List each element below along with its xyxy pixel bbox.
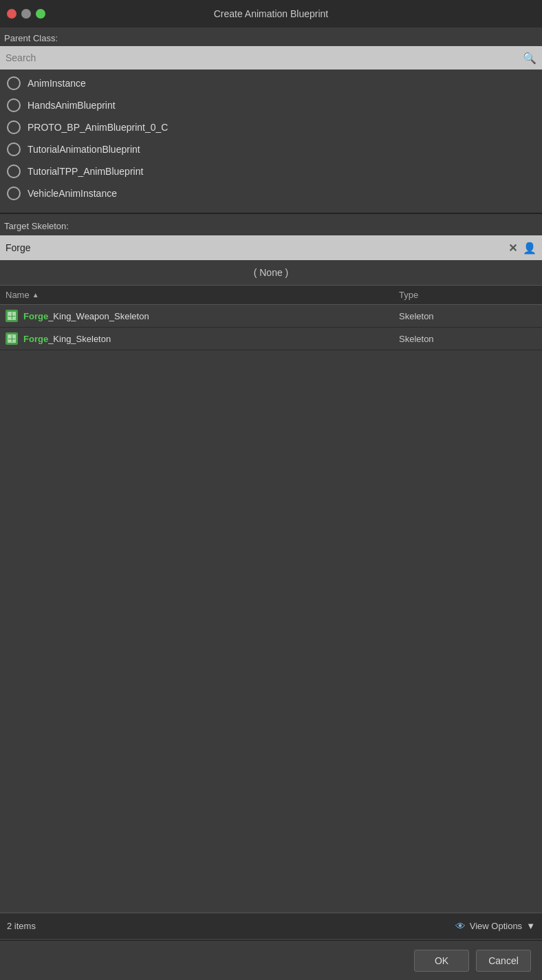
parent-class-label: Parent Class: [0,28,542,46]
search-bar[interactable]: 🔍 [0,46,542,70]
target-skeleton-section: Target Skeleton: ✕ 👤 ( None ) Name ▲ Typ… [0,214,542,350]
chevron-down-icon: ▼ [526,921,535,931]
grid-icon [8,334,16,343]
list-item[interactable]: TutorialTPP_AnimBlueprint [0,160,542,182]
class-name: TutorialAnimationBlueprint [28,144,140,155]
table-row[interactable]: Forge_King_Weapon_Skeleton Skeleton [0,305,542,328]
minimize-button[interactable] [21,9,31,19]
row-name: Forge_King_Skeleton [23,334,399,344]
row-type: Skeleton [399,334,536,344]
row-type: Skeleton [399,311,536,321]
skeleton-icon [6,310,18,322]
window-title: Create Animation Blueprint [214,8,329,19]
title-bar: Create Animation Blueprint [0,0,542,28]
skeleton-icon [6,332,18,345]
list-item[interactable]: VehicleAnimInstance [0,182,542,204]
radio-proto[interactable] [7,120,21,134]
sort-arrow-icon: ▲ [32,291,39,299]
clear-button[interactable]: ✕ [507,242,519,255]
list-item[interactable]: TutorialAnimationBlueprint [0,138,542,160]
highlight-text: Forge [23,311,48,321]
action-buttons: OK Cancel [0,940,542,980]
person-icon: 👤 [523,242,536,255]
list-item[interactable]: HandsAnimBlueprint [0,94,542,116]
window-controls [7,9,45,19]
class-list: AnimInstance HandsAnimBlueprint PROTO_BP… [0,70,542,207]
class-name: AnimInstance [28,78,86,89]
row-name-rest: _King_Weapon_Skeleton [48,311,149,321]
radio-tutorial[interactable] [7,142,21,156]
items-count: 2 items [7,921,36,931]
target-search-bar[interactable]: ✕ 👤 [0,235,542,260]
eye-icon: 👁 [455,920,466,932]
cancel-button[interactable]: Cancel [476,950,531,972]
list-item[interactable]: AnimInstance [0,72,542,94]
close-button[interactable] [7,9,17,19]
radio-handsanim[interactable] [7,98,21,112]
target-search-input[interactable] [6,242,503,253]
radio-vehicleaniminstance[interactable] [7,187,21,200]
view-options-button[interactable]: 👁 View Options ▼ [455,920,535,932]
maximize-button[interactable] [36,9,45,19]
row-name-rest: _King_Skeleton [48,334,111,344]
search-input[interactable] [6,52,536,63]
table-row[interactable]: Forge_King_Skeleton Skeleton [0,328,542,350]
class-name: TutorialTPP_AnimBlueprint [28,166,143,177]
class-name: VehicleAnimInstance [28,188,117,199]
view-options-label: View Options [470,921,522,931]
radio-tutorialtpp[interactable] [7,164,21,178]
class-name: HandsAnimBlueprint [28,100,116,111]
row-name: Forge_King_Weapon_Skeleton [23,311,399,321]
grid-icon [8,312,16,320]
list-footer: 2 items 👁 View Options ▼ [0,913,542,939]
class-name: PROTO_BP_AnimBlueprint_0_C [28,122,168,133]
list-item[interactable]: PROTO_BP_AnimBlueprint_0_C [0,116,542,138]
none-selection[interactable]: ( None ) [0,260,542,286]
target-skeleton-label: Target Skeleton: [0,214,542,235]
table-header: Name ▲ Type [0,286,542,305]
column-name-header[interactable]: Name ▲ [6,290,399,300]
ok-button[interactable]: OK [414,950,469,972]
search-icon: 🔍 [523,52,536,65]
main-content: Parent Class: 🔍 AnimInstance HandsAnimBl… [0,28,542,980]
highlight-text: Forge [23,334,48,344]
column-type-header: Type [399,290,536,300]
radio-animinstance[interactable] [7,76,21,90]
